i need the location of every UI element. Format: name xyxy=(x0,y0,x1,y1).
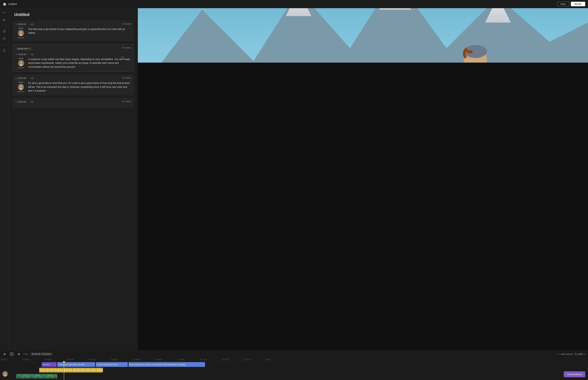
timeline-right: + + Add resource 100% xyxy=(556,353,585,355)
zoom-control[interactable]: 100% xyxy=(575,353,585,355)
svg-marker-16 xyxy=(286,8,311,16)
scene-text-1[interactable]: The best way to get ahead of your script… xyxy=(28,27,131,35)
speed-control[interactable]: x1 xyxy=(23,353,28,355)
scene-text-2[interactable]: A voiceover script outline can take many… xyxy=(28,57,131,69)
svg-rect-50 xyxy=(60,368,61,372)
effects-icon[interactable] xyxy=(2,37,6,41)
svg-rect-90 xyxy=(101,369,102,371)
comment-button[interactable] xyxy=(121,56,124,59)
preview-panel xyxy=(138,8,588,350)
forward-button[interactable] xyxy=(16,352,21,356)
rewind-button[interactable] xyxy=(3,352,7,356)
svg-rect-52 xyxy=(62,369,63,372)
top-bar-left: 🏠 Untitled xyxy=(3,2,557,6)
svg-rect-44 xyxy=(54,370,55,371)
script-panel: Untitled 00:00.00 x1 trueDelete xyxy=(8,8,138,350)
svg-rect-49 xyxy=(59,369,60,371)
svg-rect-76 xyxy=(87,369,87,371)
video-clip[interactable] xyxy=(16,374,57,379)
narrator-info-2: Shelly Narrative xyxy=(16,57,27,69)
ruler-mark-12: 00:00 xyxy=(266,358,287,361)
scene-text-3[interactable]: It's also a good idea to time-limit your… xyxy=(28,81,131,93)
delete-button-1[interactable]: trueDelete xyxy=(122,23,131,25)
svg-point-108 xyxy=(4,372,6,374)
svg-rect-67 xyxy=(77,369,78,371)
svg-rect-84 xyxy=(95,369,95,371)
render-button[interactable]: Render xyxy=(571,2,585,6)
ruler-mark-0: 00:00.00 xyxy=(0,358,22,361)
svg-rect-74 xyxy=(85,369,85,372)
home-icon[interactable]: 🏠 xyxy=(3,2,6,6)
scene-4-time: 00:00.00 xyxy=(15,101,26,103)
ruler-mark-3: 00:24.00 xyxy=(66,358,89,361)
svg-rect-57 xyxy=(67,369,68,372)
add-resource-button[interactable]: + + Add resource xyxy=(556,353,573,355)
narrator-info-3: Shelly Narrative xyxy=(15,81,26,93)
avatar-2 xyxy=(18,60,24,66)
scene-card-2: Default Pitch 00:00.00 x1 xyxy=(13,44,134,72)
svg-point-0 xyxy=(2,13,3,13)
subtitle-clip-3[interactable]: It's also a good idea to time-... xyxy=(96,362,128,367)
ruler-mark-1: 00:08.00 xyxy=(22,358,44,361)
delete-button-2[interactable]: Delete xyxy=(122,47,131,49)
send-feedback-button[interactable]: Send feedback xyxy=(564,371,585,377)
svg-rect-68 xyxy=(79,368,79,372)
svg-point-29 xyxy=(575,353,576,355)
svg-rect-38 xyxy=(48,369,49,371)
svg-rect-71 xyxy=(82,369,82,371)
delete-button-3[interactable]: Delete xyxy=(122,77,131,79)
svg-rect-54 xyxy=(64,368,65,372)
svg-rect-78 xyxy=(89,369,89,371)
play-button[interactable] xyxy=(9,351,14,357)
audio-track-row xyxy=(0,367,588,374)
svg-rect-42 xyxy=(52,369,53,371)
save-button[interactable]: Save xyxy=(557,2,569,6)
ruler-mark-11: 01:28.00 xyxy=(243,358,266,361)
audio-wave-icon[interactable] xyxy=(2,18,6,22)
subtitle-clip-1[interactable]: The best... xyxy=(42,362,57,367)
history-icon[interactable] xyxy=(2,29,6,34)
user-avatar[interactable] xyxy=(2,371,8,377)
svg-rect-89 xyxy=(100,368,101,372)
svg-rect-35 xyxy=(45,369,45,372)
playhead[interactable] xyxy=(64,362,64,380)
svg-rect-47 xyxy=(57,369,58,371)
scene-2-speed: x1 xyxy=(29,53,34,56)
svg-rect-59 xyxy=(69,368,70,372)
scene-card-3: 00:00.00 x1 Delete Shelly xyxy=(13,74,134,95)
svg-rect-63 xyxy=(74,368,74,372)
narrator-row-2: Shelly Narrative A voiceover script outl… xyxy=(16,57,131,69)
svg-rect-70 xyxy=(81,369,81,372)
svg-rect-81 xyxy=(92,368,92,372)
svg-rect-40 xyxy=(50,369,51,371)
svg-rect-85 xyxy=(96,370,96,371)
svg-point-6 xyxy=(20,31,22,33)
ruler-mark-8: 01:04.00 xyxy=(177,358,199,361)
pitch-badge[interactable]: Default Pitch xyxy=(16,47,32,50)
svg-rect-28 xyxy=(19,353,20,355)
analytics-icon[interactable] xyxy=(2,10,6,15)
subtitle-clip-4[interactable]: Every sentence you write for your voiceo… xyxy=(129,362,205,367)
sidebar-divider-2 xyxy=(1,44,7,45)
narrator-info-1: Shelly Narrative xyxy=(15,27,26,38)
svg-rect-86 xyxy=(97,368,97,372)
delete-button-4[interactable]: Delete xyxy=(122,100,131,103)
svg-rect-65 xyxy=(76,369,76,372)
svg-rect-73 xyxy=(84,369,84,371)
upload-icon[interactable] xyxy=(2,48,6,52)
subtitle-clip-2[interactable]: A voiceover script outline can take... xyxy=(57,362,95,367)
subtitle-track-row: The best... A voiceover script outline c… xyxy=(0,362,588,367)
svg-point-2 xyxy=(3,38,5,39)
svg-rect-37 xyxy=(47,368,47,372)
project-title: Untitled xyxy=(13,12,134,17)
scene-3-time: 00:00.00 xyxy=(15,77,26,79)
sidebar-divider xyxy=(1,25,7,26)
svg-rect-83 xyxy=(94,369,95,372)
svg-rect-41 xyxy=(51,369,52,372)
svg-rect-91 xyxy=(102,369,103,371)
video-track-row xyxy=(0,374,588,380)
timeline-tracks[interactable]: 00:00.00 00:08.00 00:16.00 00:24.00 00:3… xyxy=(0,358,588,380)
audio-clip[interactable] xyxy=(39,368,103,373)
svg-rect-46 xyxy=(56,369,57,371)
timeline-ruler: 00:00.00 00:08.00 00:16.00 00:24.00 00:3… xyxy=(0,358,588,362)
